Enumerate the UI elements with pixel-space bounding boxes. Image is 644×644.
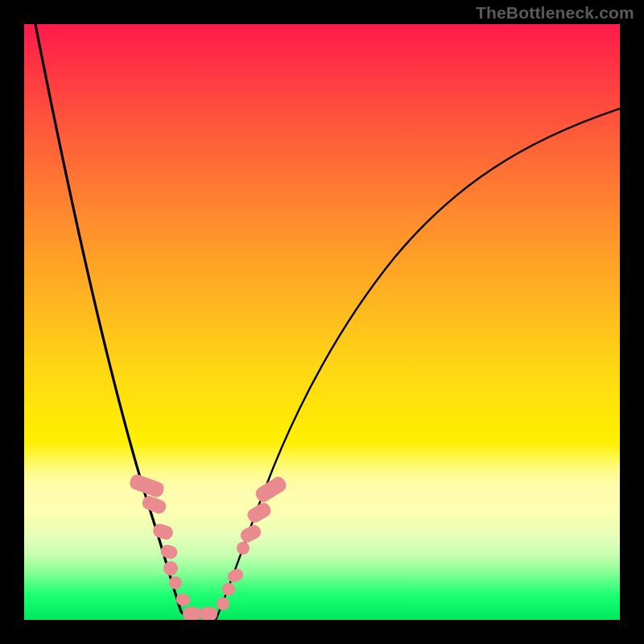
marker [163,561,178,576]
marker-group [128,473,288,620]
marker [238,522,263,544]
marker [169,576,182,589]
chart-frame: TheBottleneck.com [0,0,644,644]
marker [140,494,167,515]
marker [222,583,235,596]
marker [254,474,289,504]
curve-right [216,109,620,620]
marker [200,607,217,620]
marker [175,592,192,608]
marker [225,567,245,584]
watermark-text: TheBottleneck.com [476,3,634,23]
plot-area [24,24,620,620]
marker [217,597,229,610]
curve-layer [24,24,620,620]
marker [183,607,201,620]
marker [237,542,250,555]
marker [128,473,166,499]
